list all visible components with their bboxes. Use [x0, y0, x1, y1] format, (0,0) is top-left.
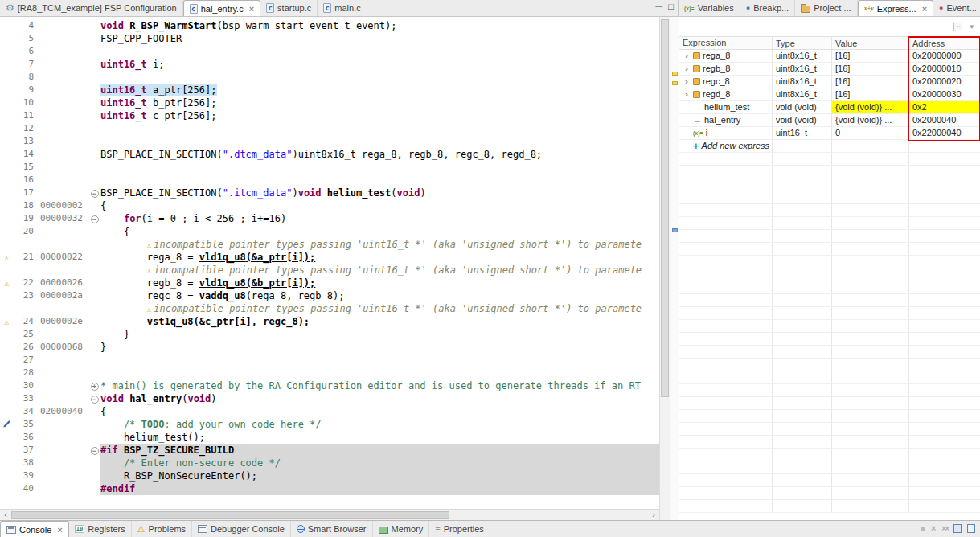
- overview-ruler[interactable]: [670, 17, 679, 520]
- events-icon: [939, 4, 943, 12]
- empty-cell: [773, 153, 832, 165]
- expression-row[interactable]: regb_8uint8x16_t[16]0x20000010: [679, 63, 980, 76]
- editor-line: 9uint16_t a_ptr[256];: [0, 84, 659, 96]
- tab-problems[interactable]: Problems: [132, 521, 192, 537]
- func-icon: [693, 101, 702, 113]
- column-header-expression[interactable]: Expression: [679, 37, 773, 49]
- info-marker[interactable]: [672, 228, 678, 232]
- fold-cell[interactable]: −: [88, 212, 100, 225]
- warning-marker[interactable]: [672, 81, 678, 85]
- fold-minus-icon[interactable]: −: [91, 396, 99, 404]
- expander-icon[interactable]: [683, 88, 691, 100]
- empty-cell: [832, 461, 909, 473]
- expression-row[interactable]: helium_testvoid (void){void (void)} ...0…: [679, 101, 980, 114]
- vertical-scrollbar[interactable]: [659, 17, 670, 520]
- empty-cell: [773, 359, 832, 371]
- scroll-left-icon[interactable]: [0, 510, 11, 521]
- tab-hal-entry-c[interactable]: hal_entry.c×: [183, 0, 260, 16]
- column-header-address[interactable]: Address: [909, 37, 980, 49]
- tab-event[interactable]: Event...: [933, 0, 980, 16]
- gutter-icon-cell: [0, 71, 13, 84]
- value-cell: {void (void)} ...: [832, 101, 909, 113]
- tab-startup-c[interactable]: startup.c: [260, 0, 318, 16]
- expression-row[interactable]: regd_8uint8x16_t[16]0x20000030: [679, 88, 980, 101]
- code-editor[interactable]: 4void R_BSP_WarmStart(bsp_warm_start_eve…: [0, 17, 659, 520]
- warning-marker[interactable]: [672, 72, 678, 76]
- console-icon: [6, 526, 16, 534]
- fold-minus-icon[interactable]: −: [91, 190, 99, 198]
- cfile-icon: [190, 4, 198, 14]
- line-number: 19: [13, 212, 35, 225]
- editor-lines[interactable]: 4void R_BSP_WarmStart(bsp_warm_start_eve…: [0, 17, 659, 509]
- code-token: uint16_t: [100, 84, 147, 96]
- line-address: [35, 174, 88, 187]
- expander-icon[interactable]: [683, 76, 691, 88]
- fold-minus-icon[interactable]: −: [91, 447, 99, 455]
- scroll-right-icon[interactable]: [648, 510, 659, 521]
- column-header-value[interactable]: Value: [832, 37, 909, 49]
- line-number: 37: [13, 444, 35, 457]
- empty-cell: [773, 333, 832, 345]
- empty-cell: [909, 500, 980, 512]
- collapse-all-icon[interactable]: [953, 23, 962, 31]
- fold-minus-icon[interactable]: −: [91, 215, 99, 223]
- expression-row[interactable]: regc_8uint8x16_t[16]0x20000020: [679, 76, 980, 88]
- tab-label: Breakp...: [753, 3, 789, 13]
- fold-plus-icon[interactable]: +: [91, 383, 99, 391]
- tab-label: main.c: [334, 3, 360, 13]
- fold-cell[interactable]: −: [88, 187, 100, 199]
- marker-icon[interactable]: [2, 419, 11, 428]
- tab-console[interactable]: Console×: [0, 521, 69, 537]
- remove-all-icon[interactable]: [941, 524, 948, 533]
- tab-breakp[interactable]: Breakp...: [740, 0, 795, 16]
- editor-line: incompatible pointer types passing 'uint…: [0, 238, 659, 251]
- horizontal-scrollbar-thumb[interactable]: [11, 511, 449, 519]
- expander-icon[interactable]: [683, 50, 691, 62]
- column-header-type[interactable]: Type: [773, 37, 832, 49]
- view-menu-icon[interactable]: [970, 23, 974, 31]
- horizontal-scrollbar[interactable]: [0, 509, 659, 520]
- expander-icon[interactable]: [683, 63, 691, 75]
- tab-registers[interactable]: Registers: [69, 521, 132, 537]
- tab-memory[interactable]: Memory: [373, 521, 430, 537]
- add-expression-row[interactable]: Add new express: [679, 140, 980, 153]
- remove-launch-icon[interactable]: [931, 523, 936, 533]
- line-number: 36: [13, 431, 35, 444]
- code-text: BSP_PLACE_IN_SECTION(".itcm_data")void h…: [100, 187, 659, 199]
- tab-project[interactable]: Project ...: [795, 0, 857, 16]
- close-icon[interactable]: ×: [922, 4, 927, 14]
- tab-debugger-console[interactable]: Debugger Console: [192, 521, 291, 537]
- tab-main-c[interactable]: main.c: [318, 0, 367, 16]
- empty-cell: [679, 243, 773, 255]
- vertical-scrollbar-thumb[interactable]: [661, 19, 669, 397]
- terminate-icon[interactable]: [921, 524, 925, 533]
- fold-cell[interactable]: −: [88, 444, 100, 457]
- empty-row: [679, 487, 980, 500]
- pin-console-icon[interactable]: [967, 524, 975, 533]
- expression-row[interactable]: iuint16_t00x22000040: [679, 127, 980, 140]
- tab-label: Variables: [698, 3, 734, 13]
- fold-cell[interactable]: −: [88, 392, 100, 405]
- fold-cell[interactable]: +: [88, 379, 100, 392]
- minimize-icon[interactable]: [655, 2, 662, 10]
- close-icon[interactable]: ×: [57, 525, 62, 535]
- code-token: R_BSP_NonSecureEnter();: [100, 470, 257, 482]
- close-icon[interactable]: ×: [249, 4, 254, 14]
- maximize-icon[interactable]: [668, 2, 674, 11]
- tab-smart-browser[interactable]: Smart Browser: [291, 521, 373, 537]
- tab-ra8-tcm-example-fsp-configuration[interactable]: [RA8_TCM_example] FSP Configuration: [0, 0, 183, 16]
- tab-variables[interactable]: Variables: [679, 0, 740, 16]
- editor-line: incompatible pointer types passing 'uint…: [0, 302, 659, 315]
- empty-row: [679, 384, 980, 397]
- tab-properties[interactable]: Properties: [429, 521, 490, 537]
- expression-cell: rega_8: [679, 50, 773, 62]
- expression-row[interactable]: hal_entryvoid (void){void (void)} ...0x2…: [679, 114, 980, 127]
- gutter-icon-cell: [0, 161, 13, 174]
- line-number: 8: [13, 71, 35, 84]
- empty-row: [679, 410, 980, 423]
- open-console-icon[interactable]: [953, 524, 962, 533]
- empty-row: [679, 449, 980, 461]
- tab-express[interactable]: Express...×: [858, 0, 933, 16]
- editor-window-controls: [655, 2, 674, 11]
- expression-row[interactable]: rega_8uint8x16_t[16]0x20000000: [679, 50, 980, 63]
